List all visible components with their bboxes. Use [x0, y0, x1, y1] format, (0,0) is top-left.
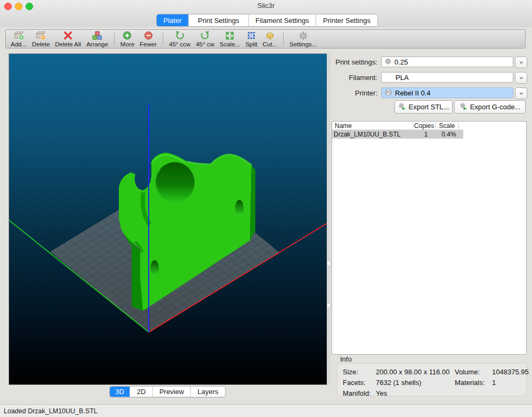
3d-viewport[interactable] [9, 53, 327, 385]
window-title: Slic3r [0, 2, 532, 10]
cell-scale: 0.4% [437, 131, 461, 138]
toolbar-separator [283, 32, 284, 46]
fewer-copies-button[interactable]: Fewer [137, 29, 159, 49]
info-box: Size: 200.00 x 98.00 x 116.00 Volume: 10… [337, 363, 527, 396]
facets-label: Facets: [343, 379, 376, 387]
printer-label: Printer: [329, 89, 377, 97]
chevron-down-icon [518, 75, 525, 81]
split-icon [246, 30, 256, 41]
object-list-header: Name Copies Scale [332, 122, 526, 130]
delete-all-button[interactable]: Delete All [52, 29, 84, 49]
3d-scene [9, 54, 327, 384]
size-label: Size: [343, 368, 376, 376]
printer-icon [384, 89, 392, 98]
info-section-title: Info [340, 355, 352, 363]
titlebar[interactable]: Slic3r [0, 0, 532, 12]
tab-plater[interactable]: Plater [157, 14, 189, 26]
splitter-handle [327, 262, 330, 265]
toolbar-separator [163, 32, 163, 46]
tab-print-settings[interactable]: Print Settings [189, 14, 249, 26]
filament-dropdown-button[interactable] [515, 72, 527, 84]
manifold-value: Yes [376, 389, 455, 397]
slic3r-window: { "window": { "title": "Slic3r" }, "main… [0, 0, 532, 417]
arrange-icon [92, 30, 102, 41]
materials-label: Materials: [455, 379, 492, 387]
more-copies-icon [122, 30, 132, 41]
export-gcode-label: Export G-code... [470, 103, 521, 111]
object-list: Name Copies Scale Drzak_LM10UU_B.STL 1 0… [332, 121, 527, 355]
export-stl-label: Export STL... [409, 103, 449, 111]
gear-icon [384, 58, 392, 67]
column-header-scale: Scale [436, 123, 459, 129]
cut-icon [265, 30, 275, 41]
export-gear-icon [398, 102, 406, 112]
view-tab-bar: 3D 2D Preview Layers [9, 386, 326, 397]
column-header-name: Name [332, 123, 413, 129]
plater-toolbar: Add... Delete Delete All Arrange More Fe… [5, 29, 526, 49]
scale-button[interactable]: Scale... [217, 29, 243, 49]
export-gcode-button[interactable]: Export G-code... [454, 100, 526, 114]
panel-splitter[interactable] [327, 53, 331, 384]
print-settings-dropdown-button[interactable] [515, 57, 527, 68]
splitter-handle [327, 304, 330, 307]
manifold-label: Manifold: [343, 389, 376, 397]
tab-printer-settings[interactable]: Printer Settings [316, 14, 377, 26]
status-text: Loaded Drzak_LM10UU_B.STL [4, 407, 98, 415]
cell-copies: 1 [415, 131, 437, 138]
export-stl-button[interactable]: Export STL... [394, 100, 453, 114]
print-settings-combo[interactable]: 0.25 [381, 57, 513, 67]
split-button[interactable]: Split [243, 29, 260, 49]
scale-icon [225, 30, 235, 41]
add-object-icon [13, 30, 25, 41]
size-value: 200.00 x 98.00 x 116.00 [376, 368, 455, 376]
materials-value: 1 [492, 379, 526, 387]
view-tab-layers[interactable]: Layers [191, 387, 225, 397]
chevron-down-icon [518, 59, 525, 66]
column-header-copies: Copies [413, 123, 436, 129]
print-settings-label: Print settings: [329, 58, 377, 66]
rotate-cw-icon [200, 30, 210, 41]
bearing-bore [155, 162, 195, 203]
status-bar: Loaded Drzak_LM10UU_B.STL [0, 404, 532, 417]
window-chrome: Slic3r Plater Print Settings Filament Se… [0, 0, 532, 27]
add-button[interactable]: Add... [8, 29, 29, 49]
volume-value: 1048375.95 [492, 368, 529, 376]
view-tab-preview[interactable]: Preview [153, 387, 191, 397]
printer-combo[interactable]: Rebel II 0.4 [381, 87, 513, 98]
object-settings-button[interactable]: Settings... [287, 29, 319, 49]
mounting-hole-right [235, 200, 244, 216]
rotate-cw-button[interactable]: 45° cw [193, 29, 217, 49]
arrange-button[interactable]: Arrange [84, 29, 111, 49]
rotate-ccw-icon [175, 30, 185, 41]
tab-filament-settings[interactable]: Filament Settings [249, 14, 316, 26]
volume-label: Volume: [455, 368, 492, 376]
rotate-ccw-button[interactable]: 45° ccw [166, 29, 193, 49]
filament-value: PLA [396, 74, 409, 82]
view-tab-3d[interactable]: 3D [110, 387, 130, 397]
fewer-copies-icon [143, 30, 154, 41]
delete-button[interactable]: Delete [29, 29, 52, 49]
toolbar-separator [114, 32, 115, 46]
print-settings-value: 0.25 [394, 58, 408, 66]
filament-label: Filament: [329, 74, 377, 82]
printer-dropdown-button[interactable] [515, 87, 527, 99]
printer-value: Rebel II 0.4 [395, 89, 431, 97]
export-gear-icon [460, 102, 467, 112]
chevron-down-icon [518, 90, 525, 97]
main-tab-bar: Plater Print Settings Filament Settings … [156, 14, 378, 27]
cut-button[interactable]: Cut... [260, 29, 280, 49]
view-tab-2d[interactable]: 2D [130, 387, 153, 397]
delete-all-icon [63, 30, 73, 41]
cell-name: Drzak_LM10UU_B.STL [332, 131, 415, 138]
mounting-hole-left [150, 260, 159, 276]
object-settings-icon [299, 30, 308, 41]
table-row[interactable]: Drzak_LM10UU_B.STL 1 0.4% [332, 130, 463, 139]
filament-combo[interactable]: PLA [381, 72, 513, 83]
facets-value: 7632 (1 shells) [376, 379, 455, 387]
delete-object-icon [35, 30, 46, 41]
more-copies-button[interactable]: More [118, 29, 137, 49]
